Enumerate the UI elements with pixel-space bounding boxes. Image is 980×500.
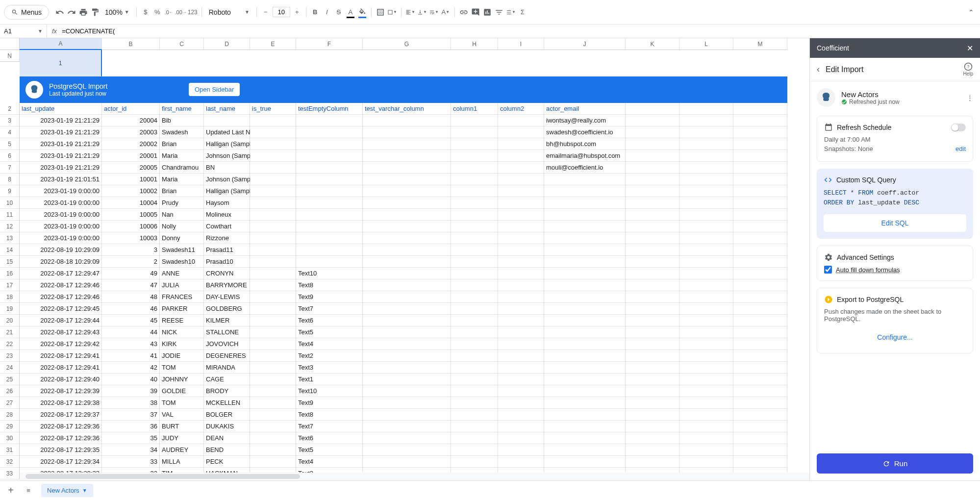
- cell[interactable]: [363, 185, 451, 197]
- cell[interactable]: [626, 268, 679, 279]
- col-header[interactable]: F: [296, 38, 363, 50]
- cell[interactable]: [498, 185, 544, 197]
- cell[interactable]: [451, 326, 498, 338]
- row-header[interactable]: 2: [0, 103, 20, 115]
- cell[interactable]: Cowthart: [204, 221, 250, 232]
- cell[interactable]: JOHNNY: [160, 374, 204, 385]
- cell[interactable]: 2022-08-17 12:29:34: [20, 456, 102, 468]
- cell[interactable]: [498, 362, 544, 374]
- cell[interactable]: [544, 338, 626, 350]
- cell[interactable]: 20001: [102, 150, 160, 162]
- col-header[interactable]: D: [204, 38, 250, 50]
- cell[interactable]: [250, 150, 296, 162]
- cell[interactable]: [451, 421, 498, 432]
- cell[interactable]: 36: [102, 421, 160, 432]
- cell[interactable]: [733, 256, 787, 268]
- column-header-cell[interactable]: [733, 103, 787, 115]
- cell[interactable]: [626, 209, 679, 221]
- cell[interactable]: [451, 291, 498, 303]
- cell[interactable]: Haysom: [204, 197, 250, 209]
- cell[interactable]: [296, 197, 363, 209]
- close-icon[interactable]: ✕: [967, 44, 973, 53]
- cell[interactable]: [363, 232, 451, 244]
- cell[interactable]: GOLDBERG: [204, 303, 250, 315]
- cell[interactable]: [250, 291, 296, 303]
- cell[interactable]: [626, 456, 679, 468]
- cell[interactable]: [498, 209, 544, 221]
- cell[interactable]: [250, 385, 296, 397]
- col-header[interactable]: C: [160, 38, 204, 50]
- cell[interactable]: [250, 432, 296, 444]
- cell[interactable]: Text7: [296, 303, 363, 315]
- cell[interactable]: [498, 291, 544, 303]
- cell[interactable]: 49: [102, 268, 160, 279]
- cell[interactable]: BN: [204, 162, 250, 174]
- cell[interactable]: 2022-08-17 12:29:36: [20, 421, 102, 432]
- cell[interactable]: 2022-08-17 12:29:46: [20, 279, 102, 291]
- row-header[interactable]: 29: [0, 421, 20, 432]
- cell[interactable]: STALLONE: [204, 326, 250, 338]
- cell[interactable]: [544, 279, 626, 291]
- cell[interactable]: [679, 362, 733, 374]
- cell[interactable]: [451, 138, 498, 150]
- cell[interactable]: [363, 456, 451, 468]
- cell[interactable]: [544, 374, 626, 385]
- cell[interactable]: Chandramou: [160, 162, 204, 174]
- cell[interactable]: [250, 409, 296, 421]
- cell[interactable]: 37: [102, 409, 160, 421]
- configure-button[interactable]: Configure...: [824, 328, 966, 346]
- select-all-corner[interactable]: [0, 38, 20, 50]
- cell[interactable]: [250, 268, 296, 279]
- paint-format-icon[interactable]: [90, 7, 100, 17]
- cell[interactable]: ANNE: [160, 268, 204, 279]
- cell[interactable]: Maria: [160, 150, 204, 162]
- cell[interactable]: [296, 174, 363, 185]
- cell[interactable]: [626, 362, 679, 374]
- row-header[interactable]: 17: [0, 279, 20, 291]
- cell[interactable]: [626, 397, 679, 409]
- column-header-cell[interactable]: testEmptyColumn: [296, 103, 363, 115]
- cell[interactable]: [498, 315, 544, 326]
- functions-icon[interactable]: Σ: [518, 7, 528, 17]
- row-header[interactable]: 4: [0, 126, 20, 138]
- cell[interactable]: [544, 350, 626, 362]
- sheet-tab-active[interactable]: New Actors ▼: [41, 484, 93, 497]
- cell[interactable]: BARRYMORE: [204, 279, 250, 291]
- cell[interactable]: BURT: [160, 421, 204, 432]
- cell[interactable]: [498, 397, 544, 409]
- cell[interactable]: [498, 197, 544, 209]
- num-format-icon[interactable]: 123: [188, 7, 198, 17]
- cell[interactable]: [451, 432, 498, 444]
- cell[interactable]: [733, 421, 787, 432]
- column-header-cell[interactable]: column2: [498, 103, 544, 115]
- cell[interactable]: 3: [102, 244, 160, 256]
- cell[interactable]: [250, 397, 296, 409]
- cell[interactable]: Text2: [296, 350, 363, 362]
- row-header[interactable]: 25: [0, 374, 20, 385]
- cell[interactable]: [250, 244, 296, 256]
- cell[interactable]: [679, 138, 733, 150]
- cell[interactable]: [296, 244, 363, 256]
- row-header[interactable]: 7: [0, 162, 20, 174]
- cell[interactable]: [626, 303, 679, 315]
- cell[interactable]: VAL: [160, 409, 204, 421]
- cell[interactable]: [250, 256, 296, 268]
- row-header[interactable]: 22: [0, 338, 20, 350]
- cell[interactable]: [451, 209, 498, 221]
- cell[interactable]: [626, 409, 679, 421]
- cell[interactable]: [626, 338, 679, 350]
- more-options-icon[interactable]: ⋮: [967, 94, 973, 101]
- cell[interactable]: [363, 244, 451, 256]
- cell[interactable]: [679, 315, 733, 326]
- cell[interactable]: [544, 397, 626, 409]
- row-header[interactable]: 18: [0, 291, 20, 303]
- cell[interactable]: [363, 268, 451, 279]
- cell[interactable]: 2022-08-18 10:29:09: [20, 256, 102, 268]
- cell[interactable]: 2022-08-17 12:29:38: [20, 397, 102, 409]
- col-header[interactable]: L: [679, 38, 733, 50]
- row-header[interactable]: 23: [0, 350, 20, 362]
- cell[interactable]: 33: [102, 456, 160, 468]
- cell[interactable]: Text6: [296, 432, 363, 444]
- cell[interactable]: [363, 315, 451, 326]
- cell[interactable]: [451, 162, 498, 174]
